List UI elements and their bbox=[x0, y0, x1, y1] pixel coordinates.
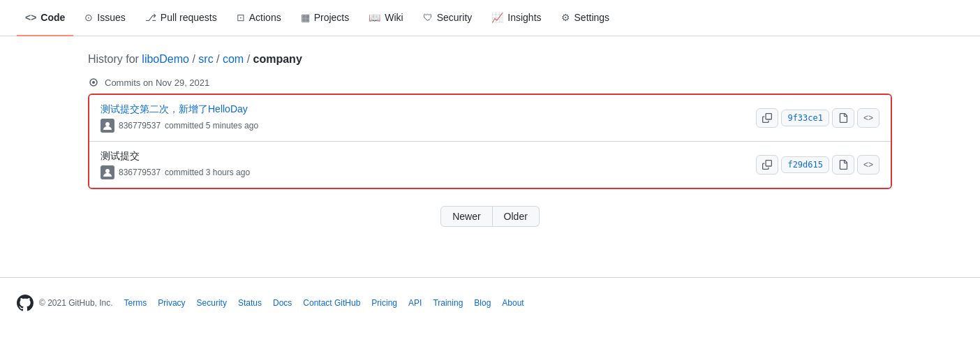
pr-icon: ⎇ bbox=[145, 12, 156, 23]
breadcrumb: History for liboDemo / src / com / compa… bbox=[88, 53, 892, 66]
footer-link-contact[interactable]: Contact GitHub bbox=[303, 298, 360, 308]
commit-author: 836779537 bbox=[119, 168, 161, 177]
nav-item-insights[interactable]: 📈 Insights bbox=[483, 0, 549, 36]
commit-timeline-icon bbox=[88, 77, 99, 88]
browse-files-button[interactable] bbox=[832, 155, 854, 175]
commit-actions: 9f33ce1 <> bbox=[756, 108, 879, 128]
commit-time: committed 3 hours ago bbox=[165, 168, 250, 177]
commit-info: 测试提交第二次，新增了HelloDay 836779537 committed … bbox=[101, 103, 756, 133]
svg-point-5 bbox=[105, 169, 110, 173]
view-code-button[interactable]: <> bbox=[857, 155, 879, 175]
breadcrumb-com-link[interactable]: com bbox=[223, 53, 244, 65]
view-code-button[interactable]: <> bbox=[857, 108, 879, 128]
copy-hash-button[interactable] bbox=[756, 108, 778, 128]
older-button[interactable]: Older bbox=[493, 206, 540, 227]
svg-point-3 bbox=[105, 122, 110, 126]
commit-meta: 836779537 committed 5 minutes ago bbox=[101, 119, 756, 133]
commit-title-link[interactable]: 测试提交第二次，新增了HelloDay bbox=[101, 103, 248, 114]
nav-item-security[interactable]: 🛡 Security bbox=[415, 0, 481, 36]
footer-link-pricing[interactable]: Pricing bbox=[371, 298, 397, 308]
projects-icon: ▦ bbox=[301, 12, 310, 23]
newer-button[interactable]: Newer bbox=[440, 206, 492, 227]
copy-hash-button[interactable] bbox=[756, 155, 778, 175]
breadcrumb-current: company bbox=[253, 53, 302, 65]
issue-icon: ⊙ bbox=[84, 12, 93, 23]
commit-meta: 836779537 committed 3 hours ago bbox=[101, 165, 756, 179]
wiki-icon: 📖 bbox=[369, 12, 380, 23]
commit-hash-button[interactable]: f29d615 bbox=[781, 156, 829, 173]
footer-link-training[interactable]: Training bbox=[433, 298, 463, 308]
footer-link-about[interactable]: About bbox=[502, 298, 524, 308]
nav-item-wiki[interactable]: 📖 Wiki bbox=[360, 0, 411, 36]
actions-icon: ⊡ bbox=[237, 12, 245, 23]
commit-actions: f29d615 <> bbox=[756, 155, 879, 175]
table-row: 测试提交第二次，新增了HelloDay 836779537 committed … bbox=[89, 95, 891, 142]
footer-link-blog[interactable]: Blog bbox=[474, 298, 491, 308]
nav-item-projects[interactable]: ▦ Projects bbox=[292, 0, 358, 36]
commit-author: 836779537 bbox=[119, 121, 161, 131]
code-icon: <> bbox=[25, 12, 36, 23]
pagination: Newer Older bbox=[88, 206, 892, 227]
footer-link-security[interactable]: Security bbox=[197, 298, 227, 308]
footer-link-terms[interactable]: Terms bbox=[124, 298, 147, 308]
footer: © 2021 GitHub, Inc. Terms Privacy Securi… bbox=[0, 277, 980, 328]
avatar bbox=[101, 119, 114, 133]
avatar bbox=[101, 165, 114, 179]
footer-link-privacy[interactable]: Privacy bbox=[158, 298, 185, 308]
commits-container: 测试提交第二次，新增了HelloDay 836779537 committed … bbox=[88, 94, 892, 189]
footer-link-api[interactable]: API bbox=[408, 298, 422, 308]
nav-item-pull-requests[interactable]: ⎇ Pull requests bbox=[137, 0, 225, 36]
table-row: 测试提交 836779537 committed 3 hours ago f29… bbox=[89, 142, 891, 188]
commit-time: committed 5 minutes ago bbox=[165, 121, 258, 131]
insights-icon: 📈 bbox=[491, 12, 503, 23]
breadcrumb-repo-link[interactable]: liboDemo bbox=[142, 53, 189, 65]
commit-hash-button[interactable]: 9f33ce1 bbox=[781, 110, 829, 126]
footer-logo: © 2021 GitHub, Inc. bbox=[17, 295, 113, 311]
nav-item-settings[interactable]: ⚙ Settings bbox=[553, 0, 618, 36]
github-logo-icon bbox=[17, 295, 34, 311]
settings-icon: ⚙ bbox=[561, 12, 570, 23]
svg-point-1 bbox=[92, 81, 95, 84]
footer-link-status[interactable]: Status bbox=[238, 298, 262, 308]
footer-link-docs[interactable]: Docs bbox=[273, 298, 292, 308]
footer-links: Terms Privacy Security Status Docs Conta… bbox=[124, 298, 524, 308]
browse-files-button[interactable] bbox=[832, 108, 854, 128]
breadcrumb-src-link[interactable]: src bbox=[198, 53, 213, 65]
commit-date-header: Commits on Nov 29, 2021 bbox=[88, 77, 892, 88]
main-content: History for liboDemo / src / com / compa… bbox=[71, 36, 909, 244]
commit-title-plain: 测试提交 bbox=[101, 150, 140, 161]
nav-bar: <> Code ⊙ Issues ⎇ Pull requests ⊡ Actio… bbox=[0, 0, 980, 36]
commit-info: 测试提交 836779537 committed 3 hours ago bbox=[101, 150, 756, 179]
security-icon: 🛡 bbox=[423, 12, 433, 23]
nav-item-code[interactable]: <> Code bbox=[17, 0, 73, 36]
nav-item-actions[interactable]: ⊡ Actions bbox=[228, 0, 290, 36]
nav-item-issues[interactable]: ⊙ Issues bbox=[76, 0, 133, 36]
